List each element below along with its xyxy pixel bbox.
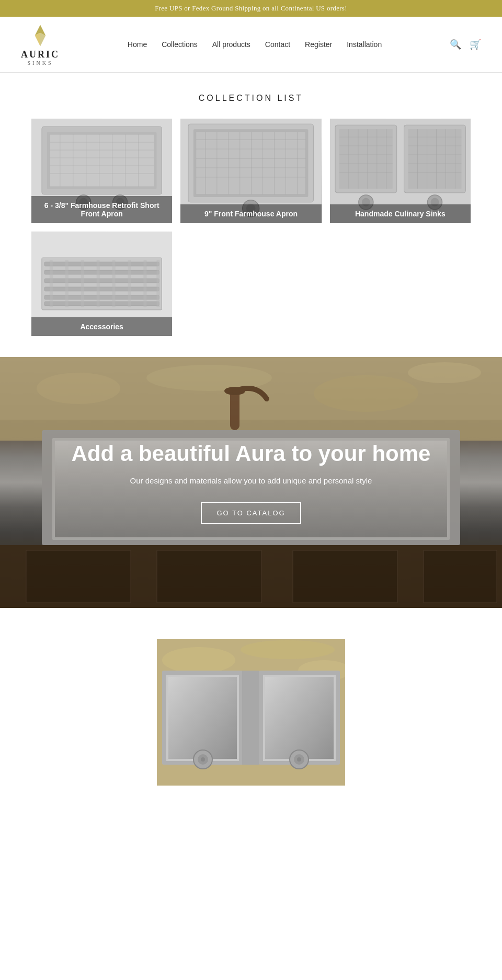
collection-card-front-farmhouse[interactable]: 9" Front Farmhouse Apron [180,119,321,223]
svg-rect-98 [157,550,261,603]
svg-point-116 [297,757,301,762]
nav-collections[interactable]: Collections [162,40,197,49]
svg-rect-77 [50,260,53,307]
svg-rect-83 [143,260,146,307]
main-nav: Home Collections All products Contact Re… [128,40,382,49]
nav-home[interactable]: Home [128,40,147,49]
logo-name: AURIC [21,49,60,60]
collection-grid-row1: 6 - 3/8" Farmhouse Retrofit Short Front … [31,119,471,223]
grid-empty-2 [330,232,471,336]
svg-point-103 [241,640,335,659]
svg-rect-80 [97,260,100,307]
svg-rect-113 [265,677,334,759]
svg-rect-74 [44,287,159,291]
nav-register[interactable]: Register [305,40,332,49]
hero-content: Add a beautiful Aura to your home Our de… [40,441,462,524]
nav-installation[interactable]: Installation [347,40,382,49]
svg-rect-23 [196,132,305,194]
nav-contact[interactable]: Contact [265,40,290,49]
svg-rect-99 [293,550,397,603]
svg-rect-72 [44,270,159,274]
collection-list-title: COLLECTION LIST [31,94,471,103]
product-image-box [157,639,345,786]
search-icon[interactable]: 🔍 [450,39,461,50]
svg-rect-44 [408,129,461,189]
collection-section: COLLECTION LIST [0,73,502,357]
collection-card-farmhouse-retrofit[interactable]: 6 - 3/8" Farmhouse Retrofit Short Front … [31,119,172,223]
card-label-farmhouse-retrofit: 6 - 3/8" Farmhouse Retrofit Short Front … [31,196,172,223]
svg-rect-100 [424,550,497,603]
svg-point-90 [408,362,481,383]
card-label-front-farmhouse: 9" Front Farmhouse Apron [180,204,321,223]
hero-subtitle: Our designs and materials allow you to a… [72,475,431,487]
svg-point-110 [201,757,205,762]
header: AURIC SINKS Home Collections All product… [0,17,502,73]
collection-card-accessories[interactable]: Accessories [31,232,172,336]
svg-rect-117 [242,671,259,765]
header-icons: 🔍 🛒 [450,39,481,50]
cart-icon[interactable]: 🛒 [470,39,481,50]
grid-empty-1 [180,232,321,336]
bottom-product-section [0,608,502,817]
collection-grid-row2: Accessories [31,232,471,336]
product-sink-svg [157,639,345,786]
svg-rect-71 [44,262,159,266]
svg-rect-75 [44,295,159,299]
hero-title: Add a beautiful Aura to your home [72,441,431,467]
logo-icon [28,23,53,48]
card-label-culinary: Handmade Culinary Sinks [330,204,471,223]
svg-point-89 [314,375,418,412]
logo[interactable]: AURIC SINKS [21,23,60,66]
logo-subtitle: SINKS [28,60,53,66]
svg-rect-81 [112,260,116,307]
svg-rect-82 [128,260,131,307]
svg-rect-73 [44,279,159,283]
svg-rect-84 [156,260,159,307]
announcement-text: Free UPS or Fedex Ground Shipping on all… [155,4,347,12]
announcement-bar: Free UPS or Fedex Ground Shipping on all… [0,0,502,17]
svg-rect-79 [81,260,84,307]
svg-point-87 [37,373,120,404]
svg-rect-43 [339,129,393,189]
hero-catalog-button[interactable]: GO TO CATALOG [201,502,301,524]
svg-rect-76 [44,302,159,306]
svg-rect-107 [168,677,237,759]
svg-rect-97 [26,550,131,603]
collection-card-culinary[interactable]: Handmade Culinary Sinks [330,119,471,223]
svg-point-102 [162,647,235,673]
hero-section: Add a beautiful Aura to your home Our de… [0,357,502,608]
nav-all-products[interactable]: All products [212,40,250,49]
svg-rect-78 [65,260,69,307]
card-label-accessories: Accessories [31,317,172,336]
